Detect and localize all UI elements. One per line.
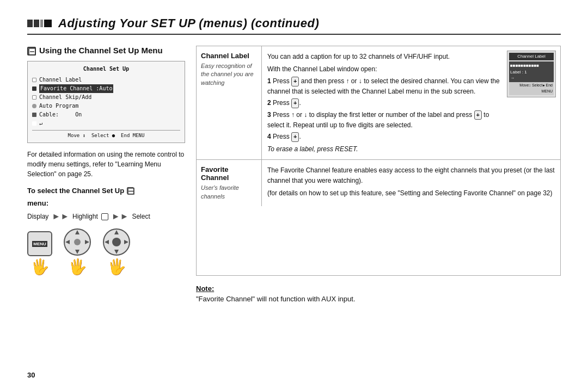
section-icon: [27, 47, 36, 55]
note-title: Note:: [196, 284, 561, 293]
favorite-channel-label-cell: Favorite Channel User's favorite channel…: [197, 160, 262, 206]
menu-item-2: Favorite Channel :Auto: [32, 84, 180, 93]
step-1: 1 Press + and then press ↑ or ↓ to selec…: [267, 76, 503, 96]
subsection-title: To select the Channel Set Up: [27, 187, 185, 195]
subsection-sub: menu:: [27, 199, 185, 207]
menu-footer: Move ↕ Select ● End MENU: [32, 130, 180, 139]
step-3: 3 Press ↑ or ↓ to display the first lett…: [267, 110, 503, 130]
menu-item-4: Auto Program: [32, 102, 180, 110]
channel-label-window-intro: With the Channel Label window open:: [267, 64, 503, 75]
thumb-footer: Move↕ Select● End MENU: [509, 82, 554, 95]
page-container: Adjusting Your SET UP (menus) (continued…: [0, 0, 588, 319]
menu-item-6: ↵: [32, 119, 180, 128]
step-2: 2 Press +.: [267, 98, 503, 108]
plus-btn-4: +: [291, 132, 299, 141]
nav-step-select: Select: [132, 213, 150, 220]
nav-step-highlight: Highlight: [72, 213, 98, 220]
thumb-title: Channel Label: [509, 53, 554, 60]
menu-screenshot: Channel Set Up Channel Label Favorite Ch…: [27, 61, 185, 143]
hand-icon-1: 🖐: [30, 258, 50, 276]
select-btn-img: [102, 228, 131, 256]
table-row-favorite-channel: Favorite Channel User's favorite channel…: [197, 160, 560, 206]
note-text: "Favorite Channel" will not function wit…: [196, 295, 561, 303]
favorite-channel-title: Favorite Channel: [201, 165, 257, 182]
page-header: Adjusting Your SET UP (menus) (continued…: [27, 16, 561, 35]
channel-label-thumb: Channel Label ■■■■■■■■■■■ Label : 1 → Mo…: [507, 51, 556, 97]
hand-icon-2: 🖐: [68, 258, 87, 276]
channel-label-cell: Channel Label Easy recognition of the ch…: [197, 46, 262, 159]
right-panel: Channel Label Easy recognition of the ch…: [196, 46, 561, 276]
menu-label: MENU: [32, 241, 47, 247]
description-text: For detailed information on using the re…: [27, 150, 185, 179]
thumb-body: ■■■■■■■■■■■ Label : 1 →: [509, 61, 554, 82]
favorite-channel-desc: User's favorite channels: [201, 184, 257, 201]
nav-arrow-2: ►►: [112, 212, 129, 221]
left-panel: Using the Channel Set Up Menu Channel Se…: [27, 46, 185, 276]
svg-point-9: [74, 239, 81, 245]
subsection-icon: [127, 187, 134, 194]
hand-icon-3: 🖐: [107, 258, 126, 276]
section-title-text: Using the Channel Set Up Menu: [39, 46, 163, 55]
table-row-channel-label: Channel Label Easy recognition of the ch…: [197, 46, 560, 160]
remote-images: MENU 🖐: [27, 228, 185, 276]
channel-label-desc: Easy recognition of the channel you are …: [201, 62, 257, 87]
remote-select: 🖐: [102, 228, 131, 276]
plus-btn-1: +: [291, 77, 299, 86]
nav-highlight-icon: [101, 213, 108, 220]
svg-point-15: [112, 238, 121, 246]
menu-item-5: Cable: On: [32, 110, 180, 119]
nav-arrow-1: ►►: [52, 212, 69, 221]
plus-btn-3: +: [474, 110, 482, 120]
favorite-channel-content: The Favorite Channel feature enables eas…: [262, 160, 560, 206]
menu-item-3: Channel Skip/Add: [32, 93, 180, 102]
main-content: Using the Channel Set Up Menu Channel Se…: [27, 46, 561, 276]
erase-note: To erase a label, press RESET.: [267, 144, 503, 154]
remote-menu: MENU 🖐: [27, 231, 52, 276]
menu-button-img: MENU: [27, 231, 52, 256]
nav-steps: Display ►► Highlight ►► Select: [27, 212, 185, 221]
menu-screen-title: Channel Set Up: [32, 65, 180, 73]
remote-dpad: 🖐: [63, 228, 91, 276]
channel-label-intro: You can add a caption for up to 32 chann…: [267, 52, 503, 62]
favorite-channel-details: (for details on how to set up this featu…: [267, 188, 555, 199]
nav-step-display: Display: [27, 213, 48, 220]
note-section: Note: "Favorite Channel" will not functi…: [185, 284, 561, 303]
channel-label-title: Channel Label: [201, 52, 257, 60]
subsection-title-text: To select the Channel Set Up: [27, 187, 124, 195]
menu-item-1: Channel Label: [32, 76, 180, 84]
step-4: 4 Press +.: [267, 132, 503, 142]
section-title: Using the Channel Set Up Menu: [27, 46, 185, 55]
plus-btn-2: +: [291, 98, 299, 108]
dpad-img: [63, 228, 91, 256]
favorite-channel-text: The Favorite Channel feature enables eas…: [267, 165, 555, 185]
page-number: 30: [27, 371, 35, 379]
header-icon-blocks: [27, 20, 52, 27]
channel-label-content: Channel Label ■■■■■■■■■■■ Label : 1 → Mo…: [262, 46, 560, 159]
page-title: Adjusting Your SET UP (menus) (continued…: [58, 16, 319, 30]
